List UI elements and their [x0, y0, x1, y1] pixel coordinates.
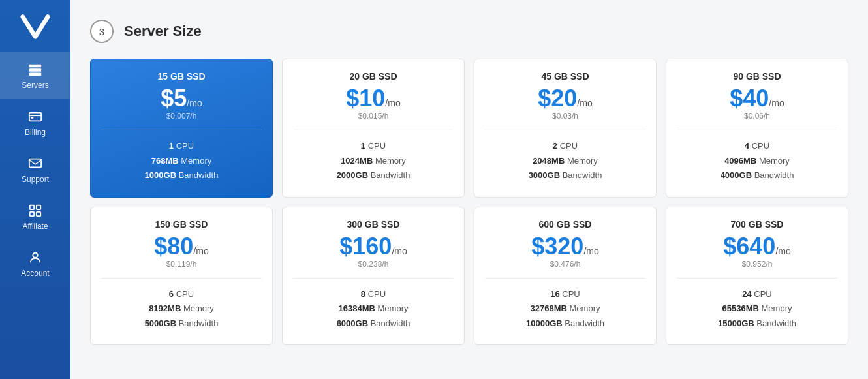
card-price-hourly: $0.476/h	[485, 260, 645, 269]
server-card[interactable]: 700 GB SSD $640 /mo $0.952/h 24 CPU 6553…	[666, 207, 848, 346]
server-card[interactable]: 300 GB SSD $160 /mo $0.238/h 8 CPU 16384…	[282, 207, 465, 346]
affiliate-icon	[28, 204, 42, 218]
spec-cpu: 24 CPU	[677, 288, 837, 301]
spec-memory: 16384MB Memory	[293, 302, 454, 315]
svg-rect-10	[37, 212, 40, 216]
server-card[interactable]: 600 GB SSD $320 /mo $0.476/h 16 CPU 3276…	[474, 207, 657, 346]
svg-rect-0	[29, 65, 41, 68]
card-price-dollar: $160	[339, 235, 392, 258]
card-price-hourly: $0.03/h	[485, 112, 645, 121]
spec-memory: 8192MB Memory	[101, 302, 262, 315]
card-price-dollar: $640	[723, 235, 775, 258]
card-storage: 700 GB SSD	[677, 219, 837, 230]
card-price-per: /mo	[193, 246, 208, 256]
spec-memory: 2048MB Memory	[485, 155, 645, 168]
card-price-hourly: $0.007/h	[101, 112, 262, 121]
card-price-row: $320 /mo	[485, 235, 645, 258]
spec-cpu: 4 CPU	[677, 140, 837, 153]
svg-rect-8	[37, 205, 40, 209]
sidebar-item-account[interactable]: Account	[0, 240, 70, 287]
page-title: Server Size	[124, 23, 202, 40]
card-price-per: /mo	[775, 246, 790, 256]
card-price-hourly: $0.119/h	[101, 260, 262, 269]
svg-rect-2	[29, 73, 41, 76]
card-price-dollar: $320	[531, 235, 583, 258]
svg-rect-3	[29, 113, 41, 121]
sidebar-item-affiliate[interactable]: Affiliate	[0, 193, 70, 240]
spec-cpu: 16 CPU	[485, 288, 645, 301]
card-specs: 16 CPU 32768MB Memory 10000GB Bandwidth	[485, 288, 645, 332]
card-storage: 20 GB SSD	[293, 71, 454, 82]
card-price-row: $80 /mo	[101, 235, 262, 258]
card-price-per: /mo	[577, 98, 592, 108]
svg-rect-9	[30, 212, 34, 216]
account-icon	[28, 250, 42, 265]
card-price-row: $160 /mo	[293, 235, 454, 258]
card-price-hourly: $0.06/h	[677, 112, 837, 121]
card-storage: 45 GB SSD	[485, 71, 645, 82]
spec-bandwidth: 2000GB Bandwidth	[293, 169, 454, 182]
card-price-row: $5 /mo	[101, 87, 262, 110]
card-price-per: /mo	[187, 98, 202, 108]
card-storage: 300 GB SSD	[293, 219, 454, 230]
server-card[interactable]: 90 GB SSD $40 /mo $0.06/h 4 CPU 4096MB M…	[666, 59, 848, 198]
spec-bandwidth: 15000GB Bandwidth	[677, 317, 837, 330]
step-header: 3 Server Size	[90, 20, 848, 43]
svg-rect-1	[29, 68, 41, 72]
card-price-row: $20 /mo	[485, 87, 645, 110]
card-specs: 1 CPU 1024MB Memory 2000GB Bandwidth	[293, 140, 454, 184]
card-price-row: $40 /mo	[677, 87, 837, 110]
sidebar-billing-label: Billing	[25, 128, 46, 137]
card-price-dollar: $40	[730, 87, 769, 110]
spec-memory: 4096MB Memory	[677, 155, 837, 168]
card-top: 20 GB SSD $10 /mo $0.015/h	[293, 71, 454, 130]
card-price-dollar: $20	[538, 87, 577, 110]
sidebar-item-support[interactable]: Support	[0, 146, 70, 193]
card-storage: 150 GB SSD	[101, 219, 262, 230]
spec-bandwidth: 3000GB Bandwidth	[485, 169, 645, 182]
sidebar-support-label: Support	[22, 175, 49, 184]
card-price-dollar: $10	[346, 87, 385, 110]
spec-cpu: 8 CPU	[293, 288, 454, 301]
server-card[interactable]: 20 GB SSD $10 /mo $0.015/h 1 CPU 1024MB …	[282, 59, 465, 198]
spec-bandwidth: 6000GB Bandwidth	[293, 317, 454, 330]
card-specs: 4 CPU 4096MB Memory 4000GB Bandwidth	[677, 140, 837, 184]
spec-memory: 65536MB Memory	[677, 302, 837, 315]
spec-bandwidth: 1000GB Bandwidth	[101, 169, 262, 182]
card-storage: 90 GB SSD	[677, 71, 837, 82]
sidebar-servers-label: Servers	[22, 81, 48, 90]
card-price-hourly: $0.015/h	[293, 112, 454, 121]
support-icon	[28, 157, 42, 171]
sidebar-item-servers[interactable]: Servers	[0, 52, 70, 99]
card-top: 45 GB SSD $20 /mo $0.03/h	[485, 71, 645, 130]
server-card[interactable]: 15 GB SSD $5 /mo $0.007/h 1 CPU 768MB Me…	[90, 59, 273, 198]
sidebar-item-billing[interactable]: Billing	[0, 99, 70, 146]
card-price-per: /mo	[385, 98, 400, 108]
card-specs: 2 CPU 2048MB Memory 3000GB Bandwidth	[485, 140, 645, 184]
svg-rect-6	[29, 159, 41, 168]
sidebar: Servers Billing Support Affiliate Accou	[0, 0, 70, 379]
card-top: 700 GB SSD $640 /mo $0.952/h	[677, 219, 837, 279]
card-price-dollar: $80	[154, 235, 193, 258]
spec-bandwidth: 4000GB Bandwidth	[677, 169, 837, 182]
card-price-per: /mo	[583, 246, 598, 256]
card-top: 600 GB SSD $320 /mo $0.476/h	[485, 219, 645, 279]
spec-bandwidth: 5000GB Bandwidth	[101, 317, 262, 330]
card-top: 15 GB SSD $5 /mo $0.007/h	[101, 71, 262, 130]
card-top: 90 GB SSD $40 /mo $0.06/h	[677, 71, 837, 130]
step-number: 3	[90, 20, 114, 43]
card-price-dollar: $5	[161, 87, 187, 110]
svg-rect-5	[31, 117, 34, 119]
server-card[interactable]: 150 GB SSD $80 /mo $0.119/h 6 CPU 8192MB…	[90, 207, 273, 346]
main-content: 3 Server Size 15 GB SSD $5 /mo $0.007/h …	[70, 0, 868, 379]
card-specs: 24 CPU 65536MB Memory 15000GB Bandwidth	[677, 288, 837, 332]
sidebar-affiliate-label: Affiliate	[22, 222, 48, 231]
spec-memory: 1024MB Memory	[293, 155, 454, 168]
spec-bandwidth: 10000GB Bandwidth	[485, 317, 645, 330]
sidebar-account-label: Account	[21, 269, 49, 278]
card-price-hourly: $0.238/h	[293, 260, 454, 269]
spec-cpu: 6 CPU	[101, 288, 262, 301]
card-top: 300 GB SSD $160 /mo $0.238/h	[293, 219, 454, 279]
card-top: 150 GB SSD $80 /mo $0.119/h	[101, 219, 262, 279]
server-card[interactable]: 45 GB SSD $20 /mo $0.03/h 2 CPU 2048MB M…	[474, 59, 657, 198]
